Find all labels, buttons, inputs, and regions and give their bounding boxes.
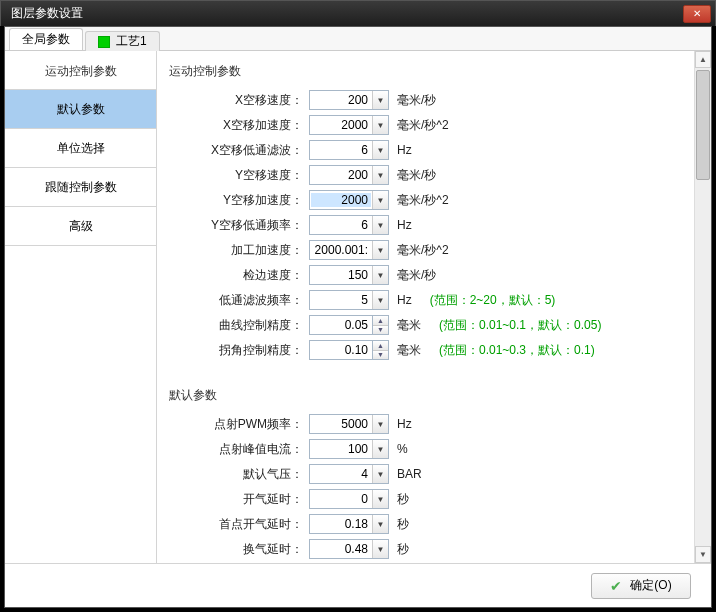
footer: ✔ 确定(O) [5,563,711,607]
param-row: X空移低通滤波：6▼Hz [169,138,682,162]
param-combo[interactable]: 2000.001:▼ [309,240,389,260]
chevron-down-icon[interactable]: ▼ [372,465,388,483]
param-hint: (范围：0.01~0.1，默认：0.05) [439,317,601,334]
param-combo[interactable]: 6▼ [309,140,389,160]
param-combo[interactable]: 2000▼ [309,115,389,135]
param-value[interactable]: 150 [310,268,372,282]
chevron-down-icon[interactable]: ▼ [372,116,388,134]
param-combo[interactable]: 150▼ [309,265,389,285]
scroll-down-icon[interactable]: ▼ [695,546,711,563]
param-spinner[interactable]: 0.05▲▼ [309,315,389,335]
param-value[interactable]: 200 [310,168,372,182]
tab-global[interactable]: 全局参数 [9,28,83,50]
chevron-down-icon[interactable]: ▼ [372,415,388,433]
sidebar-item[interactable]: 单位选择 [5,128,156,168]
color-swatch-icon [98,36,110,48]
scrollbar[interactable]: ▲ ▼ [694,51,711,563]
spin-up-icon[interactable]: ▲ [373,341,388,351]
param-value[interactable]: 5000 [310,417,372,431]
param-hint: (范围：0.01~0.3，默认：0.1) [439,342,595,359]
close-button[interactable]: ✕ [683,5,711,23]
param-row: 首点开气延时：0.18▼秒 [169,512,682,536]
chevron-down-icon[interactable]: ▼ [372,490,388,508]
param-combo[interactable]: 0.18▼ [309,514,389,534]
chevron-down-icon[interactable]: ▼ [372,91,388,109]
sidebar-item[interactable]: 跟随控制参数 [5,167,156,207]
chevron-down-icon[interactable]: ▼ [372,191,388,209]
param-combo[interactable]: 6▼ [309,215,389,235]
tab-process1[interactable]: 工艺1 [85,31,160,51]
chevron-down-icon[interactable]: ▼ [372,266,388,284]
param-combo[interactable]: 100▼ [309,439,389,459]
chevron-down-icon[interactable]: ▼ [372,540,388,558]
param-value[interactable]: 0.10 [309,340,373,360]
chevron-down-icon[interactable]: ▼ [372,241,388,259]
param-unit: BAR [397,467,422,481]
scroll-thumb[interactable] [696,70,710,180]
chevron-down-icon[interactable]: ▼ [372,515,388,533]
spin-down-icon[interactable]: ▼ [373,326,388,335]
param-value[interactable]: 0 [310,492,372,506]
param-value[interactable]: 0.05 [309,315,373,335]
chevron-down-icon[interactable]: ▼ [372,440,388,458]
chevron-down-icon[interactable]: ▼ [372,141,388,159]
chevron-down-icon[interactable]: ▼ [372,166,388,184]
param-label: X空移加速度： [169,117,309,134]
param-combo[interactable]: 0.48▼ [309,539,389,559]
param-value[interactable]: 4 [310,467,372,481]
param-row: 加工加速度：2000.001:▼毫米/秒^2 [169,238,682,262]
param-unit: 毫米/秒^2 [397,242,449,259]
param-value[interactable]: 2000.001: [310,243,372,257]
ok-label: 确定(O) [630,577,671,594]
sidebar: 运动控制参数 默认参数单位选择跟随控制参数高级 [5,51,157,563]
param-label: Y空移低通频率： [169,217,309,234]
scroll-up-icon[interactable]: ▲ [695,51,711,68]
window-title: 图层参数设置 [11,5,683,22]
param-unit: 毫米 [397,342,421,359]
titlebar: 图层参数设置 ✕ [0,0,716,26]
param-combo[interactable]: 5000▼ [309,414,389,434]
param-hint: (范围：2~20，默认：5) [430,292,556,309]
param-combo[interactable]: 200▼ [309,165,389,185]
param-combo[interactable]: 2000▼ [309,190,389,210]
param-label: 曲线控制精度： [169,317,309,334]
param-unit: Hz [397,143,412,157]
close-icon: ✕ [693,8,701,19]
param-row: 检边速度：150▼毫米/秒 [169,263,682,287]
param-combo[interactable]: 200▼ [309,90,389,110]
ok-button[interactable]: ✔ 确定(O) [591,573,691,599]
param-spinner[interactable]: 0.10▲▼ [309,340,389,360]
param-value[interactable]: 200 [310,93,372,107]
param-combo[interactable]: 4▼ [309,464,389,484]
param-label: 开气延时： [169,491,309,508]
spin-down-icon[interactable]: ▼ [373,351,388,360]
sidebar-item-label: 跟随控制参数 [45,179,117,196]
param-value[interactable]: 6 [310,218,372,232]
tab-bar: 全局参数 工艺1 [5,27,711,51]
param-unit: 毫米 [397,317,421,334]
param-combo[interactable]: 5▼ [309,290,389,310]
param-value[interactable]: 2000 [311,193,371,207]
sidebar-item[interactable]: 默认参数 [5,89,156,129]
param-value[interactable]: 0.18 [310,517,372,531]
param-value[interactable]: 6 [310,143,372,157]
param-value[interactable]: 100 [310,442,372,456]
param-unit: 毫米/秒 [397,267,436,284]
param-value[interactable]: 2000 [310,118,372,132]
param-label: 拐角控制精度： [169,342,309,359]
param-label: 首点开气延时： [169,516,309,533]
chevron-down-icon[interactable]: ▼ [372,291,388,309]
spin-up-icon[interactable]: ▲ [373,316,388,326]
param-label: Y空移速度： [169,167,309,184]
param-label: 低通滤波频率： [169,292,309,309]
param-unit: 秒 [397,541,409,558]
section-motion-title: 运动控制参数 [169,63,682,80]
param-combo[interactable]: 0▼ [309,489,389,509]
param-label: 点射PWM频率： [169,416,309,433]
param-label: X空移速度： [169,92,309,109]
param-value[interactable]: 0.48 [310,542,372,556]
scroll-track[interactable] [695,68,711,546]
sidebar-item[interactable]: 高级 [5,206,156,246]
param-value[interactable]: 5 [310,293,372,307]
chevron-down-icon[interactable]: ▼ [372,216,388,234]
